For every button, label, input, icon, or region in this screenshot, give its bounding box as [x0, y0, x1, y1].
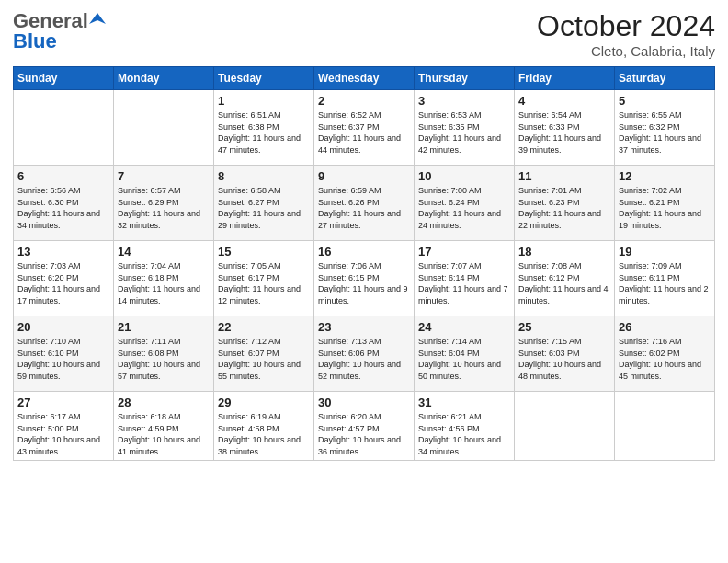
calendar-cell: 25Sunrise: 7:15 AMSunset: 6:03 PMDayligh… — [515, 316, 615, 392]
cell-info: Sunrise: 6:57 AMSunset: 6:29 PMDaylight:… — [118, 185, 210, 231]
day-number: 20 — [17, 320, 109, 334]
day-number: 9 — [318, 169, 410, 183]
day-number: 22 — [218, 320, 310, 334]
calendar-cell — [114, 90, 214, 166]
day-number: 5 — [619, 94, 711, 108]
calendar-cell — [14, 90, 114, 166]
col-header-saturday: Saturday — [615, 67, 715, 90]
calendar-cell: 30Sunrise: 6:20 AMSunset: 4:57 PMDayligh… — [314, 392, 415, 461]
day-number: 8 — [218, 169, 310, 183]
cell-info: Sunrise: 7:12 AMSunset: 6:07 PMDaylight:… — [218, 336, 310, 382]
day-number: 26 — [619, 320, 711, 334]
calendar-cell: 11Sunrise: 7:01 AMSunset: 6:23 PMDayligh… — [515, 166, 615, 241]
cell-info: Sunrise: 7:11 AMSunset: 6:08 PMDaylight:… — [118, 336, 210, 382]
calendar-cell: 16Sunrise: 7:06 AMSunset: 6:15 PMDayligh… — [314, 241, 415, 316]
cell-info: Sunrise: 6:17 AMSunset: 5:00 PMDaylight:… — [17, 411, 109, 457]
calendar-cell: 23Sunrise: 7:13 AMSunset: 6:06 PMDayligh… — [314, 316, 415, 392]
col-header-sunday: Sunday — [14, 67, 114, 90]
cell-info: Sunrise: 7:05 AMSunset: 6:17 PMDaylight:… — [218, 260, 310, 306]
cell-info: Sunrise: 6:52 AMSunset: 6:37 PMDaylight:… — [318, 109, 410, 155]
calendar-cell: 10Sunrise: 7:00 AMSunset: 6:24 PMDayligh… — [415, 166, 515, 241]
cell-info: Sunrise: 6:51 AMSunset: 6:38 PMDaylight:… — [218, 109, 310, 155]
calendar-cell: 6Sunrise: 6:56 AMSunset: 6:30 PMDaylight… — [14, 166, 114, 241]
day-number: 31 — [418, 396, 510, 409]
logo: General Blue — [13, 9, 106, 53]
day-number: 30 — [318, 396, 410, 409]
calendar-cell: 12Sunrise: 7:02 AMSunset: 6:21 PMDayligh… — [615, 166, 715, 241]
cell-info: Sunrise: 6:59 AMSunset: 6:26 PMDaylight:… — [318, 185, 410, 231]
cell-info: Sunrise: 6:18 AMSunset: 4:59 PMDaylight:… — [118, 411, 210, 457]
calendar-cell: 13Sunrise: 7:03 AMSunset: 6:20 PMDayligh… — [14, 241, 114, 316]
cell-info: Sunrise: 6:54 AMSunset: 6:33 PMDaylight:… — [518, 109, 610, 155]
day-number: 19 — [619, 245, 711, 259]
cell-info: Sunrise: 7:06 AMSunset: 6:15 PMDaylight:… — [318, 260, 410, 306]
cell-info: Sunrise: 7:14 AMSunset: 6:04 PMDaylight:… — [418, 336, 510, 382]
calendar-cell: 9Sunrise: 6:59 AMSunset: 6:26 PMDaylight… — [314, 166, 415, 241]
cell-info: Sunrise: 7:08 AMSunset: 6:12 PMDaylight:… — [518, 260, 610, 306]
cell-info: Sunrise: 7:09 AMSunset: 6:11 PMDaylight:… — [619, 260, 711, 306]
day-number: 7 — [118, 169, 210, 183]
calendar-week-row: 1Sunrise: 6:51 AMSunset: 6:38 PMDaylight… — [14, 90, 715, 166]
day-number: 1 — [218, 94, 310, 108]
calendar-cell: 7Sunrise: 6:57 AMSunset: 6:29 PMDaylight… — [114, 166, 214, 241]
location-title: Cleto, Calabria, Italy — [537, 43, 715, 59]
calendar-week-row: 6Sunrise: 6:56 AMSunset: 6:30 PMDaylight… — [14, 166, 715, 241]
col-header-thursday: Thursday — [415, 67, 515, 90]
day-number: 6 — [17, 169, 109, 183]
day-number: 17 — [418, 245, 510, 259]
day-number: 14 — [118, 245, 210, 259]
day-number: 21 — [118, 320, 210, 334]
header: General Blue October 2024 Cleto, Calabri… — [13, 9, 715, 59]
cell-info: Sunrise: 6:19 AMSunset: 4:58 PMDaylight:… — [218, 411, 310, 457]
cell-info: Sunrise: 6:20 AMSunset: 4:57 PMDaylight:… — [318, 411, 410, 457]
svg-marker-0 — [89, 13, 106, 24]
day-number: 2 — [318, 94, 410, 108]
calendar-cell: 29Sunrise: 6:19 AMSunset: 4:58 PMDayligh… — [214, 392, 314, 461]
calendar-cell: 17Sunrise: 7:07 AMSunset: 6:14 PMDayligh… — [415, 241, 515, 316]
calendar-cell: 27Sunrise: 6:17 AMSunset: 5:00 PMDayligh… — [14, 392, 114, 461]
cell-info: Sunrise: 6:56 AMSunset: 6:30 PMDaylight:… — [17, 185, 109, 231]
cell-info: Sunrise: 7:13 AMSunset: 6:06 PMDaylight:… — [318, 336, 410, 382]
day-number: 28 — [118, 396, 210, 409]
day-number: 25 — [518, 320, 610, 334]
calendar-cell: 24Sunrise: 7:14 AMSunset: 6:04 PMDayligh… — [415, 316, 515, 392]
title-block: October 2024 Cleto, Calabria, Italy — [537, 9, 715, 59]
calendar-cell: 5Sunrise: 6:55 AMSunset: 6:32 PMDaylight… — [615, 90, 715, 166]
col-header-tuesday: Tuesday — [214, 67, 314, 90]
calendar-cell: 26Sunrise: 7:16 AMSunset: 6:02 PMDayligh… — [615, 316, 715, 392]
calendar-cell: 15Sunrise: 7:05 AMSunset: 6:17 PMDayligh… — [214, 241, 314, 316]
day-number: 12 — [619, 169, 711, 183]
calendar-cell: 2Sunrise: 6:52 AMSunset: 6:37 PMDaylight… — [314, 90, 415, 166]
calendar-cell — [615, 392, 715, 461]
day-number: 29 — [218, 396, 310, 409]
logo-bird-icon — [89, 11, 106, 28]
calendar-week-row: 27Sunrise: 6:17 AMSunset: 5:00 PMDayligh… — [14, 392, 715, 461]
day-number: 3 — [418, 94, 510, 108]
month-title: October 2024 — [537, 9, 715, 43]
calendar-week-row: 13Sunrise: 7:03 AMSunset: 6:20 PMDayligh… — [14, 241, 715, 316]
day-number: 27 — [17, 396, 109, 409]
calendar-cell: 19Sunrise: 7:09 AMSunset: 6:11 PMDayligh… — [615, 241, 715, 316]
calendar-cell: 22Sunrise: 7:12 AMSunset: 6:07 PMDayligh… — [214, 316, 314, 392]
calendar-cell: 8Sunrise: 6:58 AMSunset: 6:27 PMDaylight… — [214, 166, 314, 241]
calendar-cell: 21Sunrise: 7:11 AMSunset: 6:08 PMDayligh… — [114, 316, 214, 392]
day-number: 11 — [518, 169, 610, 183]
cell-info: Sunrise: 7:07 AMSunset: 6:14 PMDaylight:… — [418, 260, 510, 306]
cell-info: Sunrise: 7:04 AMSunset: 6:18 PMDaylight:… — [118, 260, 210, 306]
calendar-cell: 28Sunrise: 6:18 AMSunset: 4:59 PMDayligh… — [114, 392, 214, 461]
cell-info: Sunrise: 6:58 AMSunset: 6:27 PMDaylight:… — [218, 185, 310, 231]
calendar-week-row: 20Sunrise: 7:10 AMSunset: 6:10 PMDayligh… — [14, 316, 715, 392]
page: General Blue October 2024 Cleto, Calabri… — [0, 0, 728, 563]
calendar-cell: 31Sunrise: 6:21 AMSunset: 4:56 PMDayligh… — [415, 392, 515, 461]
calendar-cell: 20Sunrise: 7:10 AMSunset: 6:10 PMDayligh… — [14, 316, 114, 392]
calendar-table: SundayMondayTuesdayWednesdayThursdayFrid… — [13, 66, 715, 461]
col-header-monday: Monday — [114, 67, 214, 90]
cell-info: Sunrise: 6:55 AMSunset: 6:32 PMDaylight:… — [619, 109, 711, 155]
day-number: 10 — [418, 169, 510, 183]
cell-info: Sunrise: 7:10 AMSunset: 6:10 PMDaylight:… — [17, 336, 109, 382]
calendar-cell: 14Sunrise: 7:04 AMSunset: 6:18 PMDayligh… — [114, 241, 214, 316]
logo-blue: Blue — [13, 29, 57, 53]
cell-info: Sunrise: 7:01 AMSunset: 6:23 PMDaylight:… — [518, 185, 610, 231]
col-header-wednesday: Wednesday — [314, 67, 415, 90]
cell-info: Sunrise: 7:16 AMSunset: 6:02 PMDaylight:… — [619, 336, 711, 382]
